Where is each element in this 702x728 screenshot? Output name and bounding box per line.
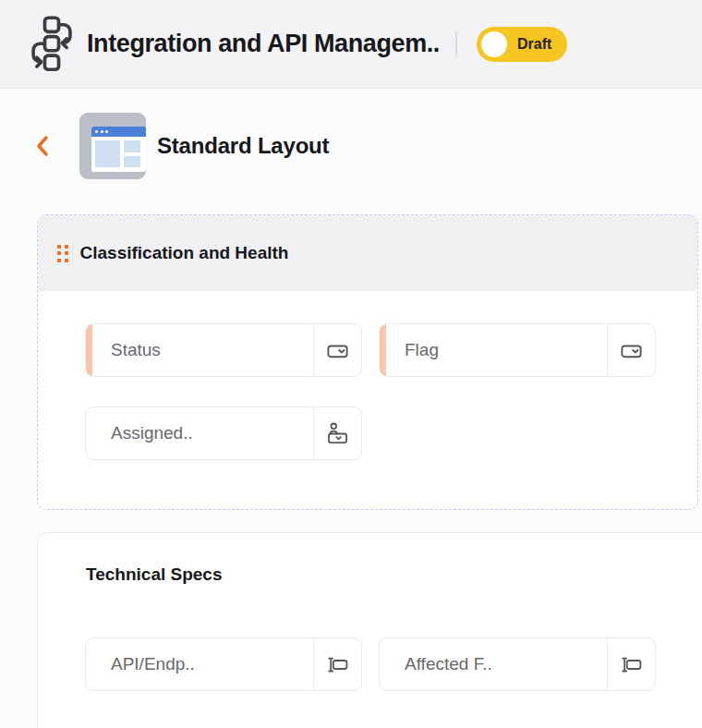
section-title: Technical Specs — [86, 564, 223, 585]
section-fields: Status Flag A — [85, 323, 656, 460]
user-picker-icon — [313, 407, 361, 459]
chevron-left-icon — [30, 132, 57, 160]
drag-handle-icon[interactable] — [57, 245, 68, 262]
field-label: Affected F.. — [380, 638, 607, 690]
app-header: Integration and API Managem.. Draft — [0, 0, 702, 89]
field-flag[interactable]: Flag — [379, 323, 656, 377]
field-label: Assigned.. — [86, 407, 313, 459]
section-title: Classification and Health — [80, 243, 289, 263]
draft-toggle-label: Draft — [517, 36, 551, 53]
field-affected-f[interactable]: Affected F.. — [379, 637, 656, 691]
field-label: Status — [86, 324, 313, 376]
dropdown-icon — [313, 324, 361, 376]
section-classification-and-health[interactable]: Classification and Health Status Flag — [37, 214, 698, 510]
text-field-icon — [313, 638, 361, 690]
layout-window-content — [91, 137, 146, 171]
field-label: API/Endp.. — [86, 638, 313, 690]
app-title: Integration and API Managem.. — [87, 30, 440, 58]
section-fields: API/Endp.. Affected F.. — [85, 637, 656, 691]
page-title: Standard Layout — [157, 133, 329, 159]
required-indicator — [86, 324, 92, 376]
required-indicator — [380, 324, 386, 376]
text-field-icon — [607, 638, 655, 690]
form-builder-screen: Integration and API Managem.. Draft Stan… — [0, 0, 702, 728]
layout-preview-icon — [79, 113, 146, 179]
field-status[interactable]: Status — [85, 323, 362, 377]
title-separator — [455, 31, 457, 56]
section-header[interactable]: Classification and Health — [38, 215, 697, 291]
section-technical-specs[interactable]: Technical Specs API/Endp.. Affected F.. — [37, 532, 702, 728]
field-assigned[interactable]: Assigned.. — [85, 406, 362, 460]
field-api-endpoint[interactable]: API/Endp.. — [85, 637, 362, 691]
back-button[interactable] — [30, 132, 57, 160]
field-label: Flag — [380, 324, 607, 376]
draft-toggle[interactable]: Draft — [477, 27, 567, 62]
workflow-icon — [26, 18, 78, 70]
dropdown-icon — [607, 324, 655, 376]
layout-window — [91, 127, 146, 172]
layout-window-titlebar — [91, 127, 146, 137]
toggle-knob — [481, 31, 507, 57]
